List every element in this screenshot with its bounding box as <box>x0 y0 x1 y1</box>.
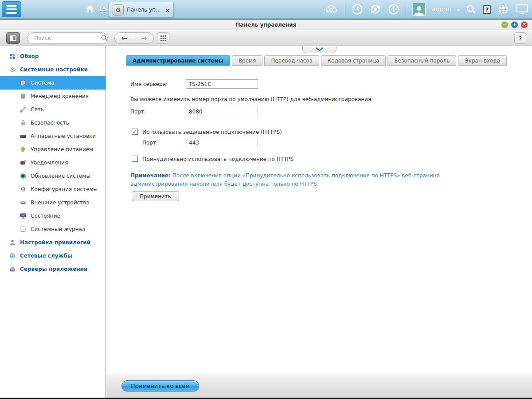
system-log-icon <box>20 226 27 233</box>
network-icon <box>20 106 27 113</box>
search-magnifier-icon <box>101 34 108 43</box>
sidebar-item-label: Аппаратные установки <box>31 133 96 139</box>
maximize-window-icon[interactable]: + <box>511 21 518 28</box>
main-menu-button[interactable] <box>2 1 21 17</box>
main-panel: Администрирование системы Время Перевод … <box>106 46 532 398</box>
external-drive-icon <box>20 199 27 206</box>
sidebar-item-application-servers[interactable]: Серверы приложений <box>0 262 106 276</box>
sidebar: Обзор ⚙ Системные настройки Система Мене… <box>0 46 106 398</box>
toolbar-help-button[interactable]: ? <box>514 32 526 44</box>
https-note: Примечание: После включения опции «Прину… <box>130 172 456 188</box>
https-checkbox-label: Использовать защищенное подключение (HTT… <box>142 129 282 135</box>
sidebar-item-label: Системные настройки <box>20 66 88 73</box>
top-bar: TS-251C ⚙ Панель уп... × ad <box>0 0 532 20</box>
myqnapcloud-icon[interactable] <box>325 4 339 14</box>
search-box[interactable] <box>27 32 108 44</box>
topbar-divider <box>345 4 345 15</box>
history-navigation: ← → <box>114 32 154 44</box>
window-title: Панель управления <box>0 20 532 30</box>
tab-secure-password[interactable]: Безопасный пароль <box>387 55 456 66</box>
sidebar-item-hardware[interactable]: Аппаратные установки <box>0 129 106 143</box>
open-app-tab-control-panel[interactable]: ⚙ Панель уп... × <box>109 2 174 18</box>
sidebar-toggle-button[interactable] <box>6 32 20 44</box>
sidebar-item-storage-manager[interactable]: Менеджер хранения <box>0 90 106 103</box>
sidebar-item-label: Внешние устройства <box>31 200 90 206</box>
sidebar-item-privilege-settings[interactable]: Настройка привилегий <box>0 236 106 249</box>
close-window-icon[interactable]: × <box>521 21 528 28</box>
help-icon[interactable]: ? <box>483 5 491 14</box>
back-button[interactable]: ← <box>115 33 134 43</box>
app-servers-box-icon <box>9 266 16 273</box>
notification-info-icon[interactable] <box>388 4 399 15</box>
search-input[interactable] <box>34 35 101 41</box>
sidebar-item-label: Менеджер хранения <box>31 93 89 99</box>
sidebar-item-label: Сетевые службы <box>20 253 72 259</box>
sidebar-item-system-settings[interactable]: ⚙ Системные настройки <box>0 63 106 76</box>
sidebar-item-system[interactable]: Система <box>0 76 106 90</box>
apply-button[interactable]: Применить <box>132 191 179 201</box>
sidebar-item-network[interactable]: Сеть <box>0 103 106 116</box>
https-checkbox[interactable]: ✓ <box>132 129 138 135</box>
security-lock-icon <box>20 119 27 126</box>
user-menu-label[interactable]: admin <box>432 6 451 13</box>
sidebar-item-system-update[interactable]: Обновление системы <box>0 169 106 183</box>
app-tab-label: Панель уп... <box>127 7 162 13</box>
category-grid-button[interactable] <box>157 32 169 44</box>
control-panel-body: Обзор ⚙ Системные настройки Система Мене… <box>0 46 532 398</box>
sidebar-item-label: Системный журнал <box>31 226 86 232</box>
sidebar-item-label: Состояние <box>31 213 60 219</box>
sidebar-item-overview[interactable]: Обзор <box>0 50 106 63</box>
storage-disks-icon <box>20 93 27 100</box>
sidebar-item-external-devices[interactable]: Внешние устройства <box>0 196 106 209</box>
note-title: Примечание: <box>130 172 171 179</box>
tab-daylight-saving[interactable]: Перевод часов <box>264 55 319 66</box>
collapse-panel-tab[interactable] <box>302 46 336 53</box>
gear-icon: ⚙ <box>9 66 16 73</box>
sidebar-item-notifications[interactable]: Уведомления <box>0 156 106 169</box>
user-menu-caret-icon[interactable]: ▾ <box>458 7 460 12</box>
sidebar-item-system-config[interactable]: ⚙ Конфигурация системы <box>0 183 106 196</box>
window-toolbar: ← → ? <box>0 30 532 46</box>
note-text: После включения опции «Принудительно исп… <box>130 172 440 187</box>
sidebar-item-label: Система <box>31 80 55 86</box>
tab-system-administration[interactable]: Администрирование системы <box>126 55 230 66</box>
tab-codepage[interactable]: Кодовая страница <box>321 55 386 66</box>
status-monitor-icon <box>20 212 27 219</box>
power-bulb-icon <box>20 146 27 153</box>
force-https-label: Принудительно использовать подключение п… <box>142 156 293 162</box>
sidebar-toggle-icon <box>10 35 16 41</box>
apply-all-button[interactable]: Применить ко всем <box>121 380 199 391</box>
topbar-divider <box>406 4 406 15</box>
sidebar-item-status[interactable]: Состояние <box>0 209 106 223</box>
search-icon[interactable] <box>466 4 477 15</box>
forward-button[interactable]: → <box>134 33 153 43</box>
sidebar-item-label: Управление питанием <box>31 146 93 153</box>
tab-time[interactable]: Время <box>232 55 263 66</box>
system-update-icon <box>20 172 27 180</box>
close-tab-icon[interactable]: × <box>165 7 170 13</box>
desktop-preview-icon[interactable] <box>515 4 528 15</box>
tab-login-screen[interactable]: Экран входа <box>458 55 506 66</box>
http-port-input[interactable] <box>186 107 258 116</box>
background-tasks-clock-icon[interactable] <box>352 4 363 15</box>
qnap-desktop: TS-251C ⚙ Панель уп... × ad <box>0 0 532 399</box>
sidebar-item-label: Безопасность <box>31 120 69 126</box>
checkmark-icon: ✓ <box>133 129 137 135</box>
sidebar-item-label: Настройка привилегий <box>20 239 90 246</box>
server-name-input[interactable] <box>186 79 258 89</box>
minimize-window-icon[interactable]: − <box>501 21 508 28</box>
sidebar-item-label: Обновление системы <box>31 173 90 179</box>
sidebar-item-power[interactable]: Управление питанием <box>0 143 106 156</box>
sidebar-item-system-log[interactable]: Системный журнал <box>0 223 106 236</box>
window-controls: − + × <box>501 21 528 28</box>
external-device-sync-icon[interactable] <box>369 4 382 15</box>
sidebar-item-network-services[interactable]: Сетевые службы <box>0 249 106 262</box>
https-port-input[interactable] <box>186 138 258 147</box>
user-avatar[interactable] <box>412 3 426 16</box>
force-https-checkbox[interactable] <box>132 156 138 162</box>
hardware-icon <box>20 133 27 140</box>
https-port-label: Порт: <box>142 140 158 146</box>
port-description: Вы можете изменить номер порта по умолча… <box>130 96 373 102</box>
sidebar-item-security[interactable]: Безопасность <box>0 116 106 129</box>
language-globe-icon[interactable] <box>497 4 509 15</box>
